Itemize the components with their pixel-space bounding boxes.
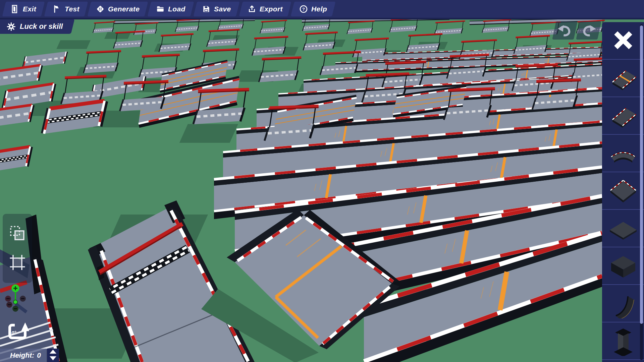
toolbar-button-label: Help [311, 5, 327, 13]
select-tool-button[interactable] [9, 254, 26, 272]
undo-button[interactable] [552, 21, 577, 40]
undo-arrow-icon [557, 24, 573, 37]
main-toolbar: ExitTestGenerateLoadSaveExport?Help [0, 0, 644, 19]
floppy-icon [202, 5, 211, 13]
height-label: Height: [10, 351, 34, 359]
redo-button[interactable] [576, 21, 601, 40]
door-icon [11, 5, 19, 13]
palette-tile-diagonal[interactable] [602, 172, 644, 210]
toolbar-button-label: Generate [108, 5, 140, 13]
palette-tile-plate[interactable] [602, 210, 644, 247]
tile-curve [608, 137, 639, 169]
tile-plate [608, 213, 639, 244]
marquee-select-tool-icon [9, 254, 26, 272]
save-button[interactable]: Save [194, 2, 240, 16]
help-icon: ? [299, 5, 308, 13]
gear-icon [7, 22, 16, 31]
tile-pillar [608, 325, 639, 357]
track-name-label: Luck or skill [20, 22, 63, 31]
tile-ramp-curve [608, 288, 639, 319]
rotate-piece-button[interactable]: 0° [5, 318, 31, 343]
height-bar: Height: 0 [0, 349, 59, 362]
palette-scrollbar[interactable] [640, 24, 643, 360]
palette-tile-pillar[interactable] [602, 322, 644, 360]
palette-scrollbar-thumb[interactable] [640, 25, 643, 324]
svg-text:?: ? [302, 6, 305, 11]
duplicate-tool-icon [9, 225, 26, 243]
tile-straight [608, 100, 639, 132]
folder-icon [156, 5, 165, 13]
flag-icon [53, 5, 61, 13]
toolbar-button-label: Load [168, 5, 185, 13]
toolbar-button-label: Test [65, 5, 79, 13]
palette-tile-curve[interactable] [602, 135, 644, 172]
close-icon [613, 30, 634, 52]
palette-tile-block[interactable] [602, 247, 644, 285]
rotate-arrow-icon [5, 318, 31, 343]
tile-block [608, 250, 639, 282]
palette-close-button[interactable] [602, 22, 644, 60]
height-stepper[interactable] [47, 349, 59, 362]
height-value: 0 [37, 351, 41, 359]
export-icon [248, 5, 256, 13]
export-button[interactable]: Export [239, 2, 291, 16]
duplicate-tool-button[interactable] [9, 225, 26, 243]
edit-tools-panel [3, 214, 32, 283]
palette-tile-straight-checkpoint[interactable] [602, 60, 644, 97]
help-button[interactable]: ?Help [290, 2, 335, 16]
exit-button[interactable]: Exit [2, 2, 45, 16]
track-editor-window: ExitTestGenerateLoadSaveExport?Help Luck… [0, 0, 644, 362]
piece-palette [602, 22, 644, 362]
move-gizmo[interactable] [3, 283, 30, 315]
test-button[interactable]: Test [44, 2, 88, 16]
palette-tile-straight[interactable] [602, 97, 644, 135]
up-down-arrows-icon [49, 349, 57, 362]
palette-tile-ramp-curve[interactable] [602, 285, 644, 322]
tile-straight-checkpoint [608, 62, 639, 94]
load-button[interactable]: Load [148, 2, 194, 16]
redo-arrow-icon [581, 24, 596, 37]
generate-button[interactable]: Generate [88, 2, 148, 16]
scene-canvas[interactable] [0, 0, 644, 362]
tile-diagonal [608, 175, 639, 207]
dice-icon [96, 5, 105, 13]
track-name-chip[interactable]: Luck or skill [0, 19, 75, 34]
rotation-value: 0° [11, 330, 16, 336]
history-controls [554, 21, 599, 40]
toolbar-button-label: Exit [23, 5, 36, 13]
toolbar-button-label: Save [214, 5, 231, 13]
toolbar-button-label: Export [260, 5, 283, 13]
